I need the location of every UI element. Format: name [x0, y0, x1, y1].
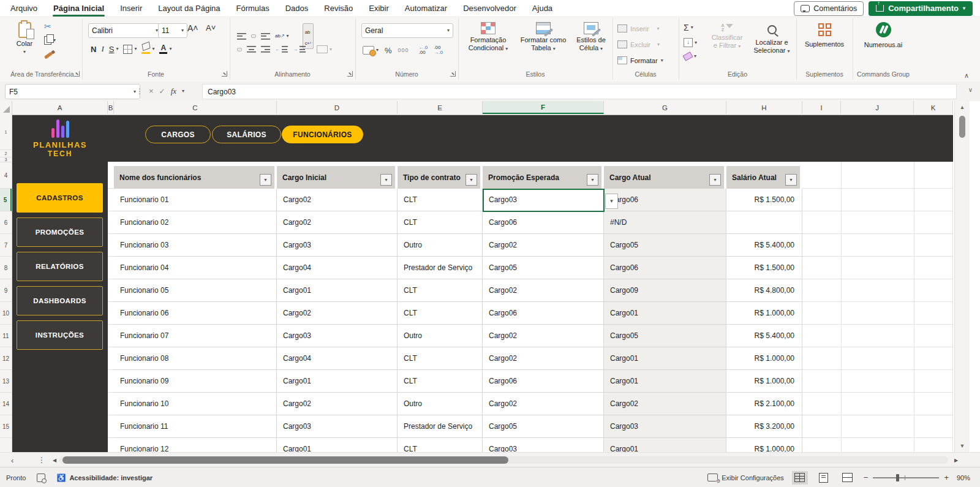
- enter-button[interactable]: ✓: [159, 87, 165, 96]
- table-cell[interactable]: Cargo05: [483, 257, 604, 279]
- table-cell[interactable]: R$ 1.000,00: [726, 347, 802, 370]
- accounting-format-button[interactable]: ▾: [363, 46, 379, 55]
- table-cell[interactable]: Outro: [398, 325, 483, 347]
- addins-button[interactable]: Suplementos: [800, 23, 849, 48]
- table-cell[interactable]: Funcionario 12: [114, 438, 277, 452]
- clipboard-dialog-launcher[interactable]: [74, 71, 80, 77]
- table-cell[interactable]: Cargo01: [604, 302, 726, 325]
- sheet-tab-funcionarios[interactable]: FUNCIONÁRIOS: [282, 126, 363, 143]
- table-cell[interactable]: Funcionario 04: [114, 257, 277, 279]
- row-header-1[interactable]: 1: [0, 115, 12, 150]
- find-select-button[interactable]: Localizar eSelecionar ▾: [750, 23, 794, 55]
- table-cell[interactable]: Cargo04: [277, 257, 398, 279]
- table-cell[interactable]: Funcionario 07: [114, 325, 277, 347]
- fill-button[interactable]: ↓▾: [684, 38, 697, 47]
- expand-formula-bar-button[interactable]: ∨: [968, 86, 973, 93]
- zoom-out-button[interactable]: −: [864, 473, 869, 482]
- column-header-k[interactable]: K: [914, 101, 953, 114]
- row-header-7[interactable]: 7: [0, 234, 12, 257]
- table-cell[interactable]: Funcionario 11: [114, 415, 277, 438]
- table-cell[interactable]: Cargo02: [277, 211, 398, 234]
- display-settings-button[interactable]: Exibir Configurações: [707, 474, 784, 481]
- number-dialog-launcher[interactable]: [450, 71, 456, 77]
- column-header-h[interactable]: H: [726, 101, 802, 114]
- table-cell[interactable]: Funcionario 05: [114, 279, 277, 302]
- cell-styles-button[interactable]: Estilos deCélula ▾: [572, 22, 610, 52]
- hscroll-right-icon[interactable]: ▶: [954, 453, 958, 467]
- table-cell[interactable]: Cargo03: [277, 234, 398, 257]
- table-cell[interactable]: Cargo02: [483, 347, 604, 370]
- menu-tab-automatizar[interactable]: Automatizar: [397, 0, 455, 17]
- font-name-select[interactable]: Calibri▾: [88, 23, 162, 38]
- sheet-tab-cargos[interactable]: CARGOS: [145, 126, 211, 143]
- table-cell[interactable]: R$ 3.200,00: [726, 415, 802, 438]
- page-layout-view-button[interactable]: [816, 471, 832, 485]
- sheet-tabs-menu-button[interactable]: ⋮: [38, 453, 45, 467]
- filter-dropdown-icon[interactable]: ▼: [380, 174, 392, 186]
- align-middle-button[interactable]: [251, 34, 256, 38]
- table-cell[interactable]: CLT: [398, 370, 483, 393]
- decrease-decimal-button[interactable]: .00→.0: [434, 45, 443, 55]
- row-header-3[interactable]: 3: [0, 157, 12, 162]
- zoom-level[interactable]: 90%: [957, 474, 970, 481]
- filter-dropdown-icon[interactable]: ▼: [260, 174, 271, 186]
- cut-button[interactable]: ✂: [44, 22, 56, 31]
- table-cell[interactable]: CLT: [398, 347, 483, 370]
- insert-cells-button[interactable]: Inserir▾: [617, 25, 660, 32]
- vertical-scrollbar-thumb[interactable]: [959, 116, 965, 138]
- table-cell[interactable]: Cargo02: [604, 393, 726, 415]
- table-cell[interactable]: Cargo03: [277, 415, 398, 438]
- increase-indent-button[interactable]: →: [293, 46, 306, 53]
- row-header-2[interactable]: 2: [0, 150, 12, 157]
- table-cell[interactable]: R$ 1.500,00: [726, 257, 802, 279]
- sidebar-button-dashboards[interactable]: DASHBOARDS: [17, 286, 103, 315]
- table-cell[interactable]: Cargo02: [277, 189, 398, 211]
- formula-input[interactable]: Cargo03: [202, 84, 957, 99]
- table-cell[interactable]: Cargo03: [483, 438, 604, 452]
- horizontal-scrollbar-thumb[interactable]: [62, 456, 508, 464]
- sheet-tab-salarios[interactable]: SALÁRIOS: [212, 126, 281, 143]
- sheet-tabs-prev-button[interactable]: ‹: [11, 453, 13, 467]
- table-cell[interactable]: Funcionario 06: [114, 302, 277, 325]
- table-cell[interactable]: Cargo05: [483, 415, 604, 438]
- table-cell[interactable]: [726, 211, 802, 234]
- sidebar-button-instrucoes[interactable]: INSTRUÇÕES: [17, 320, 103, 350]
- table-cell[interactable]: Cargo06: [483, 370, 604, 393]
- select-all-button[interactable]: [0, 101, 12, 115]
- table-cell[interactable]: Funcionario 02: [114, 211, 277, 234]
- grow-font-button[interactable]: A˄: [187, 23, 198, 33]
- menu-tab-inserir[interactable]: Inserir: [112, 0, 150, 17]
- table-cell[interactable]: Outro: [398, 393, 483, 415]
- table-cell[interactable]: R$ 1.000,00: [726, 438, 802, 452]
- scroll-up-icon[interactable]: ▲: [955, 104, 970, 110]
- comments-button[interactable]: Comentários: [794, 1, 864, 16]
- table-cell[interactable]: Outro: [398, 234, 483, 257]
- menu-tab-layout-da-pagina[interactable]: Layout da Página: [150, 0, 228, 17]
- share-button[interactable]: Compartilhamento ▾: [869, 1, 973, 16]
- row-header-13[interactable]: 13: [0, 370, 12, 393]
- table-cell[interactable]: CLT: [398, 211, 483, 234]
- column-header-c[interactable]: C: [114, 101, 277, 114]
- table-cell[interactable]: Cargo01: [604, 347, 726, 370]
- row-header-14[interactable]: 14: [0, 393, 12, 415]
- table-cell[interactable]: Cargo06: [483, 211, 604, 234]
- decrease-indent-button[interactable]: ←: [275, 46, 288, 53]
- sidebar-button-relatorios[interactable]: RELATÓRIOS: [17, 252, 103, 281]
- row-header-6[interactable]: 6: [0, 211, 12, 234]
- table-cell[interactable]: Cargo03: [604, 415, 726, 438]
- delete-cells-button[interactable]: Excluir▾: [617, 40, 660, 48]
- normal-view-button[interactable]: [792, 471, 808, 485]
- table-cell[interactable]: R$ 5.400,00: [726, 325, 802, 347]
- formula-bar-handle[interactable]: ⋮: [136, 87, 143, 96]
- row-header-15[interactable]: 15: [0, 415, 12, 438]
- table-cell[interactable]: Cargo05: [604, 234, 726, 257]
- table-cell[interactable]: Funcionario 10: [114, 393, 277, 415]
- underline-button[interactable]: S▾: [109, 45, 119, 54]
- row-header-12[interactable]: 12: [0, 347, 12, 370]
- table-cell[interactable]: Cargo01: [277, 438, 398, 452]
- paste-button[interactable]: Colar ▾: [11, 21, 38, 55]
- table-cell[interactable]: R$ 1.500,00: [726, 189, 802, 211]
- percent-style-button[interactable]: %: [385, 46, 392, 55]
- bold-button[interactable]: N: [91, 45, 96, 54]
- align-bottom-button[interactable]: [261, 33, 270, 40]
